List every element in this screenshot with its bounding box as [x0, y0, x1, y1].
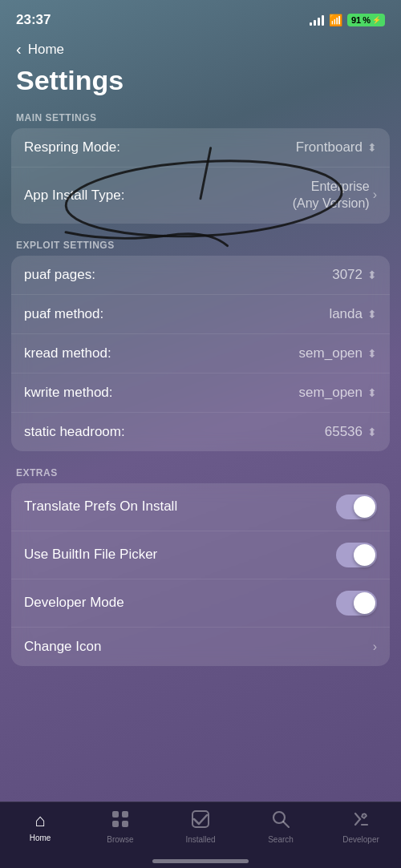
page-title: Settings	[0, 62, 401, 109]
extras-card: Translate Prefs On Install Use BuiltIn F…	[11, 483, 390, 666]
svg-line-8	[284, 822, 290, 828]
exploit-settings-card: puaf pages: 3072 ⬍ puaf method: landa ⬍ …	[11, 256, 390, 451]
tab-installed-label: Installed	[185, 835, 215, 844]
static-headroom-label: static headroom:	[24, 424, 125, 440]
kread-method-row[interactable]: kread method: sem_open ⬍	[11, 334, 390, 373]
static-headroom-value: 65536 ⬍	[325, 424, 377, 440]
svg-rect-3	[122, 811, 128, 818]
puaf-pages-row[interactable]: puaf pages: 3072 ⬍	[11, 256, 390, 295]
battery-indicator: 91%	[347, 14, 385, 26]
extras-section: EXTRAS Translate Prefs On Install Use Bu…	[0, 464, 401, 666]
tab-home-label: Home	[30, 834, 51, 842]
app-install-type-label: App Install Type:	[24, 188, 124, 204]
back-label: Home	[28, 42, 64, 58]
tab-installed[interactable]: Installed	[160, 810, 241, 844]
puaf-pages-label: puaf pages:	[24, 267, 95, 283]
change-icon-chevron-icon: ›	[373, 640, 377, 654]
kread-method-label: kread method:	[24, 345, 111, 361]
home-indicator	[152, 859, 249, 863]
exploit-settings-section: EXPLOIT SETTINGS puaf pages: 3072 ⬍ puaf…	[0, 236, 401, 451]
tab-browse[interactable]: Browse	[80, 810, 160, 844]
translate-prefs-row[interactable]: Translate Prefs On Install	[11, 483, 390, 531]
status-time: 23:37	[16, 12, 51, 28]
translate-prefs-toggle[interactable]	[336, 495, 377, 519]
translate-prefs-label: Translate Prefs On Install	[24, 499, 177, 515]
kwrite-method-stepper-icon: ⬍	[367, 386, 377, 399]
tab-home[interactable]: ⌂ Home	[0, 810, 80, 842]
back-chevron-icon: ‹	[16, 40, 22, 59]
change-icon-label: Change Icon	[24, 639, 101, 655]
static-headroom-row[interactable]: static headroom: 65536 ⬍	[11, 413, 390, 451]
kwrite-method-row[interactable]: kwrite method: sem_open ⬍	[11, 373, 390, 413]
developer-icon	[352, 810, 370, 833]
exploit-settings-header: EXPLOIT SETTINGS	[0, 236, 401, 256]
status-icons: 📶 91%	[310, 14, 385, 26]
tab-bar: ⌂ Home Browse Installed	[0, 801, 401, 868]
kread-method-value: sem_open ⬍	[299, 345, 377, 361]
tab-browse-label: Browse	[107, 835, 133, 844]
static-headroom-stepper-icon: ⬍	[367, 426, 377, 438]
toggle-knob	[354, 544, 375, 566]
puaf-method-label: puaf method:	[24, 306, 103, 322]
status-bar: 23:37 📶 91%	[0, 0, 401, 35]
extras-header: EXTRAS	[0, 464, 401, 483]
puaf-method-row[interactable]: puaf method: landa ⬍	[11, 295, 390, 334]
puaf-method-stepper-icon: ⬍	[367, 308, 377, 321]
tab-search[interactable]: Search	[241, 810, 321, 844]
kread-method-stepper-icon: ⬍	[367, 347, 377, 360]
app-install-type-chevron-icon: ›	[373, 187, 377, 204]
main-settings-section: MAIN SETTINGS Respring Mode: Frontboard …	[0, 109, 401, 224]
main-settings-card: Respring Mode: Frontboard ⬍ App Install …	[11, 128, 390, 224]
tab-developer[interactable]: Developer	[321, 810, 401, 844]
kwrite-method-value: sem_open ⬍	[299, 385, 377, 401]
main-settings-header: MAIN SETTINGS	[0, 109, 401, 128]
search-icon	[272, 810, 290, 833]
respring-mode-stepper-icon: ⬍	[367, 141, 377, 154]
tab-developer-label: Developer	[342, 835, 379, 844]
puaf-pages-stepper-icon: ⬍	[367, 268, 377, 281]
tab-search-label: Search	[268, 835, 294, 844]
installed-icon	[192, 810, 209, 833]
wifi-icon: 📶	[329, 14, 342, 26]
respring-mode-label: Respring Mode:	[24, 139, 120, 155]
svg-rect-4	[112, 821, 119, 827]
toggle-knob	[354, 496, 375, 518]
app-install-type-row[interactable]: App Install Type: Enterprise (Any Versio…	[11, 168, 390, 224]
respring-mode-value: Frontboard ⬍	[296, 139, 377, 155]
builtin-file-picker-row[interactable]: Use BuiltIn File Picker	[11, 531, 390, 579]
change-icon-row[interactable]: Change Icon ›	[11, 628, 390, 666]
developer-mode-label: Developer Mode	[24, 595, 124, 611]
respring-mode-row[interactable]: Respring Mode: Frontboard ⬍	[11, 128, 390, 168]
kwrite-method-label: kwrite method:	[24, 385, 113, 401]
signal-icon	[310, 14, 324, 26]
browse-icon	[111, 810, 129, 833]
back-button[interactable]: ‹ Home	[0, 35, 401, 62]
toggle-knob	[354, 592, 375, 614]
developer-mode-row[interactable]: Developer Mode	[11, 579, 390, 628]
puaf-method-value: landa ⬍	[329, 306, 377, 322]
builtin-file-picker-toggle[interactable]	[336, 543, 377, 567]
svg-rect-2	[112, 811, 119, 818]
builtin-file-picker-label: Use BuiltIn File Picker	[24, 547, 157, 563]
svg-rect-5	[122, 821, 128, 827]
developer-mode-toggle[interactable]	[336, 591, 377, 616]
puaf-pages-value: 3072 ⬍	[332, 267, 377, 283]
home-icon: ⌂	[34, 810, 45, 831]
settings-content: MAIN SETTINGS Respring Mode: Frontboard …	[0, 109, 401, 751]
app-install-type-value: Enterprise (Any Version) ›	[293, 179, 377, 212]
